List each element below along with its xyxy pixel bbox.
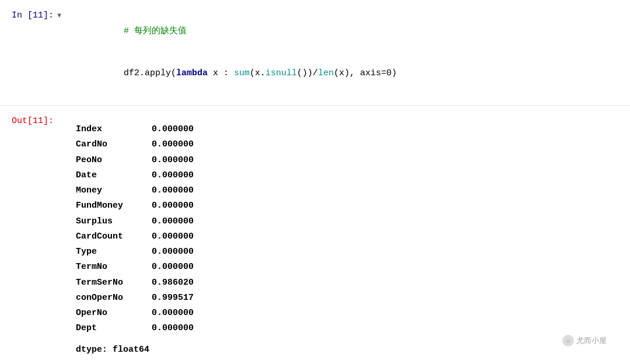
code-line: df2.apply(lambda x : sum(x.isnull())/len… <box>82 52 618 94</box>
table-row: PeoNo0.000000 <box>76 153 618 168</box>
output-cell-content: Index0.000000CardNo0.000000PeoNo0.000000… <box>70 110 630 360</box>
code-plain-1: df2.apply( <box>124 68 176 78</box>
table-row: CardCount0.000000 <box>76 229 618 244</box>
comment-text: # 每列的缺失值 <box>124 26 187 36</box>
row-key: Money <box>76 183 152 198</box>
row-key: Type <box>76 244 152 260</box>
row-value: 0.000000 <box>152 321 194 336</box>
row-value: 0.000000 <box>152 244 194 260</box>
row-key: Index <box>76 122 152 137</box>
watermark-text: 尤而小屋 <box>576 335 607 346</box>
row-value: 0.000000 <box>152 198 194 214</box>
in-label-text: In [11]: <box>12 10 54 20</box>
table-row: Index0.000000 <box>76 122 618 137</box>
table-row: conOperNo0.999517 <box>76 290 618 306</box>
row-value: 0.000000 <box>152 168 194 183</box>
table-row: Money0.000000 <box>76 183 618 198</box>
row-value: 0.000000 <box>152 214 194 229</box>
row-key: conOperNo <box>76 290 152 306</box>
code-plain-5: (x), axis=0) <box>334 68 397 78</box>
func-isnull: isnull <box>265 68 297 78</box>
row-value: 0.000000 <box>152 306 194 321</box>
watermark-icon: ☺ <box>562 335 574 346</box>
table-row: CardNo0.000000 <box>76 137 618 152</box>
output-table: Index0.000000CardNo0.000000PeoNo0.000000… <box>76 116 618 342</box>
row-key: CardCount <box>76 229 152 244</box>
code-plain-3: (x. <box>250 68 265 78</box>
func-sum: sum <box>234 68 250 78</box>
code-plain-2: x : <box>208 68 234 78</box>
row-value: 0.000000 <box>152 260 194 275</box>
row-value: 0.986020 <box>152 275 194 290</box>
row-value: 0.999517 <box>152 290 194 306</box>
table-row: Type0.000000 <box>76 244 618 260</box>
prompt-arrow: ▼ <box>57 12 61 20</box>
watermark: ☺ 尤而小屋 <box>562 335 607 346</box>
row-value: 0.000000 <box>152 229 194 244</box>
notebook: In [11]: ▼ # 每列的缺失值 df2.apply(lambda x :… <box>0 0 630 364</box>
output-label: Out[11]: <box>0 110 70 132</box>
row-key: Dept <box>76 321 152 336</box>
table-row: Dept0.000000 <box>76 321 618 336</box>
table-row: FundMoney0.000000 <box>76 198 618 214</box>
row-key: Surplus <box>76 214 152 229</box>
dtype-line: dtype: float64 <box>76 345 618 355</box>
row-value: 0.000000 <box>152 122 194 137</box>
row-value: 0.000000 <box>152 137 194 152</box>
table-row: Surplus0.000000 <box>76 214 618 229</box>
row-key: PeoNo <box>76 153 152 168</box>
output-cell: Out[11]: Index0.000000CardNo0.000000PeoN… <box>0 106 630 364</box>
row-value: 0.000000 <box>152 183 194 198</box>
input-cell-content: # 每列的缺失值 df2.apply(lambda x : sum(x.isnu… <box>70 5 630 100</box>
row-key: TermSerNo <box>76 275 152 290</box>
func-len: len <box>318 68 334 78</box>
row-key: Date <box>76 168 152 183</box>
comment-line: # 每列的缺失值 <box>82 10 618 52</box>
code-plain-4: ())/ <box>297 68 318 78</box>
dtype-text: dtype: float64 <box>76 345 149 355</box>
row-key: OperNo <box>76 306 152 321</box>
row-key: CardNo <box>76 137 152 152</box>
input-label: In [11]: ▼ <box>0 5 70 26</box>
table-row: OperNo0.000000 <box>76 306 618 321</box>
input-cell: In [11]: ▼ # 每列的缺失值 df2.apply(lambda x :… <box>0 0 630 105</box>
row-value: 0.000000 <box>152 153 194 168</box>
keyword-lambda: lambda <box>176 68 208 78</box>
table-row: Date0.000000 <box>76 168 618 183</box>
table-row: TermNo0.000000 <box>76 260 618 275</box>
row-key: TermNo <box>76 260 152 275</box>
out-label-text: Out[11]: <box>12 116 54 126</box>
row-key: FundMoney <box>76 198 152 214</box>
table-row: TermSerNo0.986020 <box>76 275 618 290</box>
